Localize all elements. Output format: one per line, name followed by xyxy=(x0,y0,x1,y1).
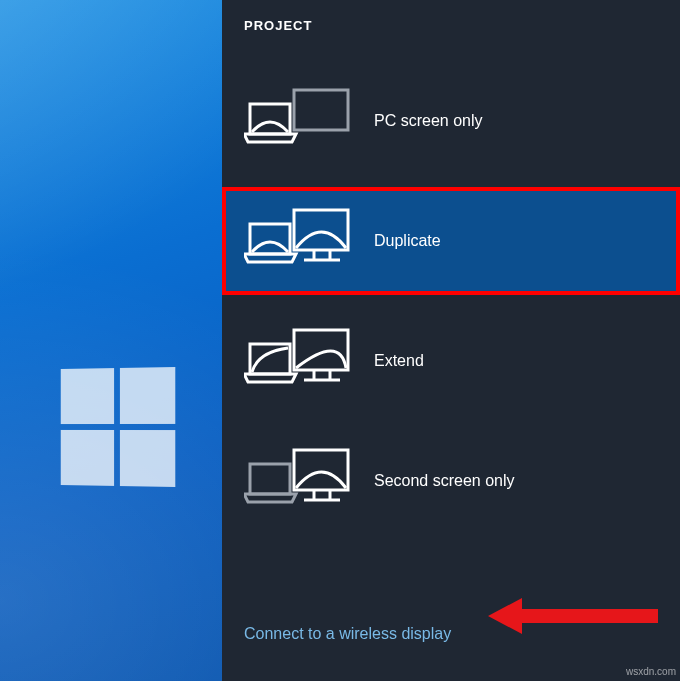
option-extend[interactable]: Extend xyxy=(222,307,680,415)
svg-rect-16 xyxy=(250,464,290,494)
option-label: PC screen only xyxy=(374,112,483,130)
svg-rect-12 xyxy=(294,450,348,490)
svg-rect-2 xyxy=(294,210,348,250)
option-label: Duplicate xyxy=(374,232,441,250)
second-screen-only-icon xyxy=(244,448,352,514)
connect-wireless-display-link[interactable]: Connect to a wireless display xyxy=(244,625,451,642)
desktop-wallpaper xyxy=(0,0,222,681)
option-second-screen-only[interactable]: Second screen only xyxy=(222,427,680,535)
option-pc-screen-only[interactable]: PC screen only xyxy=(222,67,680,175)
pc-screen-only-icon xyxy=(244,88,352,154)
project-panel: PROJECT PC screen only xyxy=(222,0,680,681)
option-duplicate[interactable]: Duplicate xyxy=(222,187,680,295)
svg-rect-0 xyxy=(294,90,348,130)
option-label: Second screen only xyxy=(374,472,515,490)
watermark-text: wsxdn.com xyxy=(626,666,676,677)
windows-logo-icon xyxy=(61,367,176,487)
duplicate-icon xyxy=(244,208,352,274)
panel-title: PROJECT xyxy=(222,0,680,67)
extend-icon xyxy=(244,328,352,394)
wireless-link-row: Connect to a wireless display xyxy=(222,625,680,643)
option-label: Extend xyxy=(374,352,424,370)
